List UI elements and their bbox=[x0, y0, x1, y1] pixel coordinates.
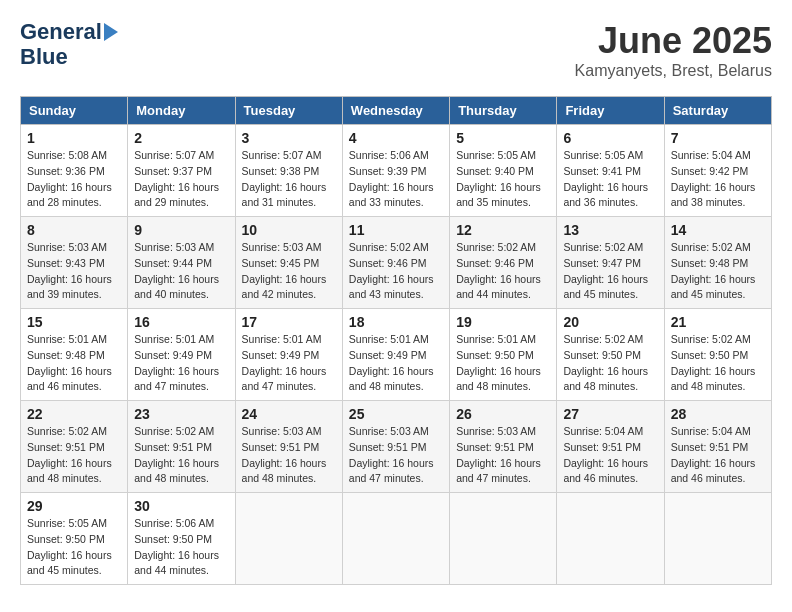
logo: General Blue bbox=[20, 20, 118, 70]
location-subtitle: Kamyanyets, Brest, Belarus bbox=[575, 62, 772, 80]
day-number: 26 bbox=[456, 406, 550, 422]
day-number: 6 bbox=[563, 130, 657, 146]
calendar-header-wednesday: Wednesday bbox=[342, 97, 449, 125]
day-info: Sunrise: 5:03 AMSunset: 9:43 PMDaylight:… bbox=[27, 240, 121, 303]
calendar-header-thursday: Thursday bbox=[450, 97, 557, 125]
logo-arrow-icon bbox=[104, 23, 118, 41]
calendar-cell: 30Sunrise: 5:06 AMSunset: 9:50 PMDayligh… bbox=[128, 493, 235, 585]
calendar-cell bbox=[235, 493, 342, 585]
calendar-cell: 18Sunrise: 5:01 AMSunset: 9:49 PMDayligh… bbox=[342, 309, 449, 401]
calendar-cell: 20Sunrise: 5:02 AMSunset: 9:50 PMDayligh… bbox=[557, 309, 664, 401]
calendar-week-row: 22Sunrise: 5:02 AMSunset: 9:51 PMDayligh… bbox=[21, 401, 772, 493]
day-info: Sunrise: 5:02 AMSunset: 9:50 PMDaylight:… bbox=[671, 332, 765, 395]
calendar-cell: 25Sunrise: 5:03 AMSunset: 9:51 PMDayligh… bbox=[342, 401, 449, 493]
calendar-cell: 27Sunrise: 5:04 AMSunset: 9:51 PMDayligh… bbox=[557, 401, 664, 493]
calendar-cell: 6Sunrise: 5:05 AMSunset: 9:41 PMDaylight… bbox=[557, 125, 664, 217]
page-header: General Blue June 2025 Kamyanyets, Brest… bbox=[20, 20, 772, 80]
day-info: Sunrise: 5:02 AMSunset: 9:51 PMDaylight:… bbox=[27, 424, 121, 487]
calendar-cell: 19Sunrise: 5:01 AMSunset: 9:50 PMDayligh… bbox=[450, 309, 557, 401]
day-number: 29 bbox=[27, 498, 121, 514]
calendar-cell: 2Sunrise: 5:07 AMSunset: 9:37 PMDaylight… bbox=[128, 125, 235, 217]
calendar-header-saturday: Saturday bbox=[664, 97, 771, 125]
day-info: Sunrise: 5:08 AMSunset: 9:36 PMDaylight:… bbox=[27, 148, 121, 211]
day-number: 28 bbox=[671, 406, 765, 422]
day-number: 21 bbox=[671, 314, 765, 330]
calendar-cell: 9Sunrise: 5:03 AMSunset: 9:44 PMDaylight… bbox=[128, 217, 235, 309]
calendar-cell: 3Sunrise: 5:07 AMSunset: 9:38 PMDaylight… bbox=[235, 125, 342, 217]
day-info: Sunrise: 5:05 AMSunset: 9:50 PMDaylight:… bbox=[27, 516, 121, 579]
day-number: 27 bbox=[563, 406, 657, 422]
day-number: 16 bbox=[134, 314, 228, 330]
day-number: 9 bbox=[134, 222, 228, 238]
day-number: 19 bbox=[456, 314, 550, 330]
day-number: 5 bbox=[456, 130, 550, 146]
day-info: Sunrise: 5:04 AMSunset: 9:51 PMDaylight:… bbox=[671, 424, 765, 487]
day-number: 24 bbox=[242, 406, 336, 422]
month-title: June 2025 bbox=[575, 20, 772, 62]
day-info: Sunrise: 5:06 AMSunset: 9:50 PMDaylight:… bbox=[134, 516, 228, 579]
day-number: 7 bbox=[671, 130, 765, 146]
day-info: Sunrise: 5:01 AMSunset: 9:48 PMDaylight:… bbox=[27, 332, 121, 395]
day-number: 13 bbox=[563, 222, 657, 238]
calendar-cell: 5Sunrise: 5:05 AMSunset: 9:40 PMDaylight… bbox=[450, 125, 557, 217]
day-number: 11 bbox=[349, 222, 443, 238]
calendar-cell: 15Sunrise: 5:01 AMSunset: 9:48 PMDayligh… bbox=[21, 309, 128, 401]
title-section: June 2025 Kamyanyets, Brest, Belarus bbox=[575, 20, 772, 80]
calendar-cell: 7Sunrise: 5:04 AMSunset: 9:42 PMDaylight… bbox=[664, 125, 771, 217]
calendar-cell: 8Sunrise: 5:03 AMSunset: 9:43 PMDaylight… bbox=[21, 217, 128, 309]
day-info: Sunrise: 5:02 AMSunset: 9:46 PMDaylight:… bbox=[349, 240, 443, 303]
calendar-week-row: 15Sunrise: 5:01 AMSunset: 9:48 PMDayligh… bbox=[21, 309, 772, 401]
calendar-cell: 29Sunrise: 5:05 AMSunset: 9:50 PMDayligh… bbox=[21, 493, 128, 585]
calendar-cell: 10Sunrise: 5:03 AMSunset: 9:45 PMDayligh… bbox=[235, 217, 342, 309]
calendar-week-row: 29Sunrise: 5:05 AMSunset: 9:50 PMDayligh… bbox=[21, 493, 772, 585]
calendar-header-row: SundayMondayTuesdayWednesdayThursdayFrid… bbox=[21, 97, 772, 125]
day-info: Sunrise: 5:05 AMSunset: 9:40 PMDaylight:… bbox=[456, 148, 550, 211]
calendar-header-friday: Friday bbox=[557, 97, 664, 125]
day-number: 2 bbox=[134, 130, 228, 146]
day-number: 22 bbox=[27, 406, 121, 422]
day-number: 23 bbox=[134, 406, 228, 422]
day-info: Sunrise: 5:02 AMSunset: 9:48 PMDaylight:… bbox=[671, 240, 765, 303]
calendar-header-sunday: Sunday bbox=[21, 97, 128, 125]
calendar-cell bbox=[342, 493, 449, 585]
calendar-cell: 12Sunrise: 5:02 AMSunset: 9:46 PMDayligh… bbox=[450, 217, 557, 309]
day-number: 30 bbox=[134, 498, 228, 514]
day-number: 17 bbox=[242, 314, 336, 330]
day-number: 18 bbox=[349, 314, 443, 330]
day-info: Sunrise: 5:02 AMSunset: 9:47 PMDaylight:… bbox=[563, 240, 657, 303]
calendar-week-row: 8Sunrise: 5:03 AMSunset: 9:43 PMDaylight… bbox=[21, 217, 772, 309]
calendar-cell: 24Sunrise: 5:03 AMSunset: 9:51 PMDayligh… bbox=[235, 401, 342, 493]
day-number: 1 bbox=[27, 130, 121, 146]
calendar-cell: 11Sunrise: 5:02 AMSunset: 9:46 PMDayligh… bbox=[342, 217, 449, 309]
day-number: 25 bbox=[349, 406, 443, 422]
calendar-cell bbox=[450, 493, 557, 585]
day-info: Sunrise: 5:04 AMSunset: 9:51 PMDaylight:… bbox=[563, 424, 657, 487]
day-info: Sunrise: 5:05 AMSunset: 9:41 PMDaylight:… bbox=[563, 148, 657, 211]
calendar-header-tuesday: Tuesday bbox=[235, 97, 342, 125]
calendar-cell: 26Sunrise: 5:03 AMSunset: 9:51 PMDayligh… bbox=[450, 401, 557, 493]
day-info: Sunrise: 5:01 AMSunset: 9:49 PMDaylight:… bbox=[242, 332, 336, 395]
day-number: 4 bbox=[349, 130, 443, 146]
day-number: 12 bbox=[456, 222, 550, 238]
calendar-cell: 14Sunrise: 5:02 AMSunset: 9:48 PMDayligh… bbox=[664, 217, 771, 309]
day-info: Sunrise: 5:03 AMSunset: 9:51 PMDaylight:… bbox=[242, 424, 336, 487]
logo-blue: Blue bbox=[20, 44, 68, 70]
day-number: 10 bbox=[242, 222, 336, 238]
day-number: 8 bbox=[27, 222, 121, 238]
calendar-cell: 21Sunrise: 5:02 AMSunset: 9:50 PMDayligh… bbox=[664, 309, 771, 401]
calendar-table: SundayMondayTuesdayWednesdayThursdayFrid… bbox=[20, 96, 772, 585]
calendar-week-row: 1Sunrise: 5:08 AMSunset: 9:36 PMDaylight… bbox=[21, 125, 772, 217]
day-info: Sunrise: 5:02 AMSunset: 9:51 PMDaylight:… bbox=[134, 424, 228, 487]
day-info: Sunrise: 5:01 AMSunset: 9:50 PMDaylight:… bbox=[456, 332, 550, 395]
calendar-cell: 28Sunrise: 5:04 AMSunset: 9:51 PMDayligh… bbox=[664, 401, 771, 493]
day-info: Sunrise: 5:07 AMSunset: 9:37 PMDaylight:… bbox=[134, 148, 228, 211]
day-info: Sunrise: 5:03 AMSunset: 9:45 PMDaylight:… bbox=[242, 240, 336, 303]
logo-general: General bbox=[20, 20, 102, 44]
calendar-cell: 17Sunrise: 5:01 AMSunset: 9:49 PMDayligh… bbox=[235, 309, 342, 401]
calendar-cell: 4Sunrise: 5:06 AMSunset: 9:39 PMDaylight… bbox=[342, 125, 449, 217]
day-info: Sunrise: 5:01 AMSunset: 9:49 PMDaylight:… bbox=[134, 332, 228, 395]
calendar-header-monday: Monday bbox=[128, 97, 235, 125]
calendar-cell: 1Sunrise: 5:08 AMSunset: 9:36 PMDaylight… bbox=[21, 125, 128, 217]
day-info: Sunrise: 5:02 AMSunset: 9:46 PMDaylight:… bbox=[456, 240, 550, 303]
day-info: Sunrise: 5:03 AMSunset: 9:51 PMDaylight:… bbox=[456, 424, 550, 487]
